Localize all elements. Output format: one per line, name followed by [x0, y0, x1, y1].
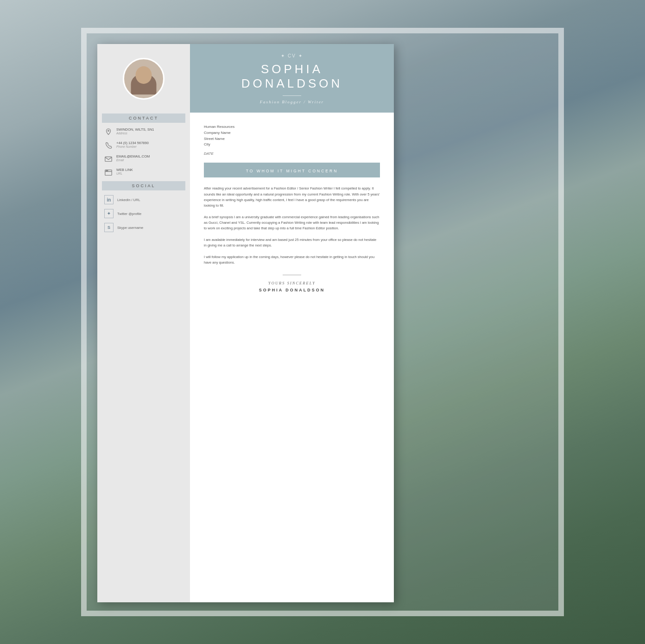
email-text: EMAIL@EMAIL.COM Email	[116, 154, 150, 162]
linkedin-text: LinkedIn / URL	[117, 198, 140, 202]
yours-sincerely: YOURS SINCERELY	[204, 281, 380, 285]
web-text: WEB LINK URL	[116, 168, 133, 175]
contact-phone: +44 (0) 1234 567890 Phone Number	[102, 141, 185, 150]
contact-header: CONTACT	[102, 114, 185, 123]
photo-area	[97, 44, 190, 109]
contact-email: EMAIL@EMAIL.COM Email	[102, 154, 185, 163]
web-icon	[104, 168, 113, 177]
recipient-line-3: Street Name	[204, 136, 380, 142]
profile-photo	[123, 58, 164, 100]
main-content: ✦ CV ✦ SOPHIA DONALDSON Fashion Blogger …	[190, 44, 394, 602]
name-divider	[283, 95, 301, 96]
paragraph-2: As a brief synopsis I am a university gr…	[204, 215, 380, 232]
header-area: ✦ CV ✦ SOPHIA DONALDSON Fashion Blogger …	[190, 44, 394, 113]
phone-icon	[104, 141, 113, 150]
header-emblem: ✦ CV ✦	[281, 53, 303, 58]
date-line: DATE	[204, 152, 380, 156]
social-linkedin: in LinkedIn / URL	[102, 195, 185, 204]
svg-point-0	[108, 130, 109, 132]
concern-text: TO WHOM IT MIGHT CONCERN	[246, 169, 338, 173]
social-header: SOCIAL	[102, 181, 185, 190]
contact-web: WEB LINK URL	[102, 168, 185, 177]
svg-point-3	[106, 170, 107, 171]
last-name: DONALDSON	[241, 76, 343, 91]
sidebar: CONTACT SWINDON, WILTS, SN1 Address	[97, 44, 190, 602]
linkedin-icon: in	[104, 195, 114, 204]
social-section: SOCIAL in LinkedIn / URL ✦ Twitter @prof…	[102, 181, 185, 232]
subtitle: Fashion Blogger / Writer	[260, 100, 324, 104]
recipient-block: Human Resources Company Name Street Name…	[204, 124, 380, 156]
paragraph-3: I am available immediately for interview…	[204, 237, 380, 249]
address-text: SWINDON, WILTS, SN1 Address	[116, 127, 154, 135]
contact-address: SWINDON, WILTS, SN1 Address	[102, 127, 185, 136]
sign-off-section: YOURS SINCERELY SOPHIA DONALDSON	[204, 275, 380, 292]
concern-banner: TO WHOM IT MIGHT CONCERN	[204, 163, 380, 177]
social-twitter: ✦ Twitter @profile	[102, 209, 185, 218]
recipient-line-2: Company Name	[204, 130, 380, 136]
paragraph-4: I will follow my application up in the c…	[204, 254, 380, 266]
first-name: SOPHIA	[261, 62, 323, 76]
sign-divider	[283, 275, 301, 275]
sign-name: SOPHIA DONALDSON	[204, 288, 380, 292]
resume-document: CONTACT SWINDON, WILTS, SN1 Address	[97, 44, 394, 602]
skype-icon: S	[104, 223, 114, 232]
social-skype: S Skype username	[102, 223, 185, 232]
paragraph-1: After reading your recent advertisement …	[204, 186, 380, 209]
svg-rect-1	[105, 157, 112, 162]
twitter-text: Twitter @profile	[117, 212, 141, 216]
phone-text: +44 (0) 1234 567890 Phone Number	[116, 141, 149, 148]
skype-text: Skype username	[117, 226, 143, 230]
email-icon	[104, 155, 113, 163]
svg-point-4	[107, 170, 108, 171]
recipient-line-1: Human Resources	[204, 124, 380, 130]
twitter-icon: ✦	[104, 209, 114, 218]
location-icon	[104, 128, 113, 136]
contact-section: CONTACT SWINDON, WILTS, SN1 Address	[102, 114, 185, 177]
recipient-line-4: City	[204, 142, 380, 148]
letter-body: Human Resources Company Name Street Name…	[190, 113, 394, 602]
